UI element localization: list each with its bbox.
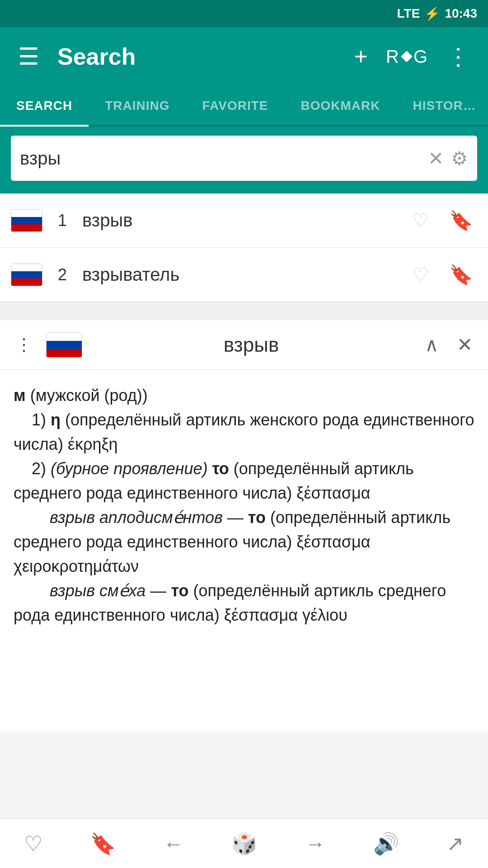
forward-icon[interactable]: → — [296, 827, 335, 860]
favorite-icon-2[interactable]: ♡ — [408, 259, 434, 290]
menu-icon[interactable]: ☰ — [14, 38, 44, 75]
favorite-icon-1[interactable]: ♡ — [408, 205, 434, 236]
definition-text: м (мужской (род)) 1) η (определённый арт… — [14, 386, 474, 624]
clock: 10:43 — [445, 6, 477, 21]
battery-icon: ⚡ — [424, 6, 440, 21]
tab-bookmark[interactable]: BOOKMARK — [285, 86, 397, 125]
tab-favorite[interactable]: FAVORITE — [186, 86, 285, 125]
bookmark-icon-1[interactable]: 🔖 — [445, 205, 477, 236]
dice-icon[interactable]: 🎲 — [222, 827, 266, 860]
detail-word-title: взрыв — [91, 334, 411, 356]
result-number-1: 1 — [53, 211, 71, 230]
tab-training[interactable]: TRAINING — [89, 86, 186, 125]
tabs-container: SEARCH TRAINING FAVORITE BOOKMARK HISTOR… — [0, 86, 488, 127]
detail-header: ⋮ взрыв ∧ ✕ — [0, 320, 488, 370]
russian-flag-1 — [11, 209, 42, 232]
search-input[interactable] — [20, 148, 421, 169]
tab-search[interactable]: SEARCH — [0, 86, 89, 125]
section-divider — [0, 302, 488, 320]
heart-icon[interactable]: ♡ — [15, 827, 52, 860]
rdg-label[interactable]: R G — [386, 47, 428, 67]
page-title: Search — [57, 43, 336, 70]
table-row[interactable]: 1 взрыв ♡ 🔖 — [0, 193, 488, 248]
search-box-container: ✕ ⚙ — [0, 127, 488, 193]
bookmark-icon-2[interactable]: 🔖 — [445, 259, 477, 290]
collapse-icon[interactable]: ∧ — [420, 329, 443, 360]
back-icon[interactable]: ← — [154, 827, 193, 860]
result-word-2: взрыватель — [82, 264, 397, 285]
search-settings-icon[interactable]: ⚙ — [451, 147, 468, 170]
result-number-2: 2 — [53, 265, 71, 284]
status-bar: LTE ⚡ 10:43 — [0, 0, 488, 27]
toolbar: ☰ Search + R G ⋮ — [0, 27, 488, 86]
table-row[interactable]: 2 взрыватель ♡ 🔖 — [0, 248, 488, 302]
close-detail-icon[interactable]: ✕ — [452, 329, 477, 360]
r-text: R — [386, 47, 400, 67]
share-icon[interactable]: ↗ — [437, 827, 473, 860]
sound-icon[interactable]: 🔊 — [364, 827, 408, 860]
detail-menu-icon[interactable]: ⋮ — [11, 330, 37, 359]
g-text: G — [413, 47, 428, 67]
search-box: ✕ ⚙ — [11, 136, 477, 181]
results-list: 1 взрыв ♡ 🔖 2 взрыватель ♡ 🔖 — [0, 193, 488, 302]
status-icons: LTE ⚡ 10:43 — [397, 6, 477, 21]
russian-flag-2 — [11, 264, 42, 286]
detail-flag — [46, 332, 82, 358]
bottom-toolbar: ♡ 🔖 ← 🎲 → 🔊 ↗ — [0, 818, 488, 868]
result-word-1: взрыв — [82, 210, 397, 231]
signal-icon: LTE — [397, 6, 420, 21]
clear-search-icon[interactable]: ✕ — [428, 147, 444, 170]
add-icon[interactable]: + — [350, 38, 372, 75]
definition-content: м (мужской (род)) 1) η (определённый арт… — [0, 370, 488, 731]
more-menu-icon[interactable]: ⋮ — [442, 38, 474, 75]
diamond-icon — [401, 51, 412, 62]
bookmark-bottom-icon[interactable]: 🔖 — [81, 827, 125, 860]
tab-history[interactable]: HISTOR… — [397, 86, 488, 125]
